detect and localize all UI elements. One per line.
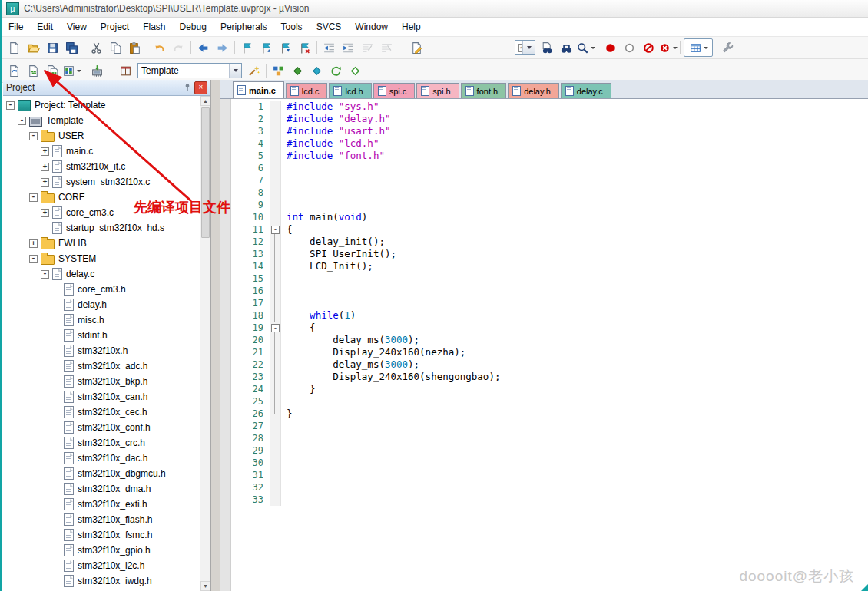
tree-item[interactable]: stm32f10x_dac.h (3, 451, 200, 466)
tab-main.c[interactable]: main.c (233, 81, 284, 98)
code-line[interactable]: 4#include "lcd.h" (231, 137, 868, 150)
menu-window[interactable]: Window (348, 18, 395, 35)
tree-item[interactable]: startup_stm32f10x_hd.s (3, 220, 200, 236)
code-line[interactable]: 12 delay_init(); (231, 236, 868, 248)
nav-forward-button[interactable] (214, 39, 231, 56)
tree-item[interactable]: +core_cm3.c (3, 205, 200, 220)
tree-item[interactable]: stm32f10x_dma.h (3, 481, 200, 497)
tree-item[interactable]: stm32f10x_dbgmcu.h (3, 466, 200, 481)
edit-document-button[interactable] (408, 39, 426, 56)
copy-button[interactable] (107, 39, 124, 56)
incremental-find-button[interactable] (577, 39, 595, 56)
uncomment-button[interactable] (378, 39, 396, 56)
manage-rte-button[interactable] (289, 62, 306, 79)
tab-lcd.h[interactable]: lcd.h (329, 83, 371, 98)
expand-toggle-icon[interactable]: + (41, 163, 49, 171)
code-line[interactable]: 24 } (231, 383, 868, 395)
batch-build-button[interactable] (63, 62, 81, 79)
code-line[interactable]: 21 Display_240x160(nezha); (231, 346, 868, 358)
expand-toggle-icon[interactable]: + (41, 209, 49, 217)
build-button[interactable] (25, 62, 42, 79)
code-line[interactable]: 16 (231, 285, 868, 297)
code-line[interactable]: 17 (231, 297, 868, 309)
tree-item[interactable]: stm32f10x_gpio.h (3, 543, 200, 558)
code-line[interactable]: 22 delay_ms(3000); (231, 358, 868, 371)
code-editor[interactable]: 1#include "sys.h"2#include "delay.h"3#in… (220, 99, 868, 591)
tree-item[interactable]: stm32f10x_iwdg.h (3, 573, 200, 589)
configure-button[interactable] (719, 39, 737, 56)
resize-grip[interactable] (861, 584, 868, 591)
code-line[interactable]: 6 (231, 162, 868, 174)
manage-project-items-button[interactable] (270, 62, 287, 79)
tree-item[interactable]: stm32f10x_i2c.h (3, 558, 200, 573)
menu-help[interactable]: Help (395, 18, 428, 35)
tab-font.h[interactable]: font.h (461, 83, 507, 98)
find-combo[interactable]: ✓ (515, 40, 535, 55)
find-in-files-button[interactable] (538, 39, 556, 56)
tree-item[interactable]: stm32f10x_cec.h (3, 404, 200, 420)
debug-windows-button[interactable] (684, 38, 713, 57)
expand-toggle-icon[interactable]: - (29, 132, 38, 140)
code-line[interactable]: 28 (231, 432, 868, 444)
scroll-down-button[interactable]: ▼ (200, 581, 210, 591)
tree-item[interactable]: stm32f10x_conf.h (3, 420, 200, 435)
tree-item[interactable]: stdint.h (3, 328, 200, 343)
tree-item[interactable]: stm32f10x_fsmc.h (3, 527, 200, 543)
tree-item[interactable]: +FWLIB (3, 236, 200, 251)
tree-item[interactable]: -Project: Template (3, 97, 200, 113)
code-line[interactable]: 27 (231, 420, 868, 432)
bookmark-clear-button[interactable] (296, 39, 313, 56)
save-file-button[interactable] (44, 39, 61, 56)
expand-toggle-icon[interactable]: - (29, 255, 38, 263)
code-line[interactable]: 20 delay_ms(3000); (231, 334, 868, 346)
menu-peripherals[interactable]: Peripherals (214, 18, 274, 35)
code-line[interactable]: 3#include "usart.h" (231, 125, 868, 137)
expand-toggle-icon[interactable]: + (41, 147, 49, 156)
code-line[interactable]: 1#include "sys.h" (231, 101, 868, 113)
tree-item[interactable]: stm32f10x_crc.h (3, 435, 200, 451)
close-panel-button[interactable]: × (194, 81, 207, 94)
cut-button[interactable] (88, 39, 105, 56)
code-line[interactable]: 31 (231, 469, 868, 481)
code-line[interactable]: 9 (231, 199, 868, 211)
chevron-down-icon[interactable] (229, 64, 241, 78)
find-button[interactable] (558, 39, 575, 56)
code-line[interactable]: 18 while(1) (231, 309, 868, 322)
indent-right-button[interactable] (340, 39, 357, 56)
tree-item[interactable]: +system_stm32f10x.c (3, 174, 200, 190)
menu-project[interactable]: Project (94, 18, 136, 35)
scroll-up-button[interactable]: ▲ (200, 96, 210, 106)
nav-back-button[interactable] (194, 39, 212, 56)
breakpoint-enable-button[interactable] (621, 39, 638, 56)
code-line[interactable]: 23 Display_240x160(shengongbao); (231, 371, 868, 383)
tab-delay.h[interactable]: delay.h (508, 83, 559, 98)
code-line[interactable]: 26} (231, 408, 868, 420)
bookmark-prev-button[interactable] (257, 39, 275, 56)
bookmark-toggle-button[interactable] (238, 39, 256, 56)
rebuild-button[interactable] (44, 62, 61, 79)
code-line[interactable]: 2#include "delay.h" (231, 113, 868, 125)
code-line[interactable]: 13 SPI_UserInit(); (231, 248, 868, 260)
tab-lcd.c[interactable]: lcd.c (286, 83, 328, 98)
tab-spi.h[interactable]: spi.h (416, 83, 459, 98)
menu-view[interactable]: View (60, 18, 94, 35)
tree-item[interactable]: +stm32f10x_it.c (3, 159, 200, 174)
menu-edit[interactable]: Edit (30, 18, 60, 35)
scrollbar-thumb[interactable] (201, 107, 210, 238)
tab-spi.c[interactable]: spi.c (373, 83, 416, 98)
panel-splitter[interactable] (211, 80, 220, 591)
code-line[interactable]: 15 (231, 272, 868, 285)
tree-item[interactable]: -USER (3, 128, 200, 144)
auto-hide-button[interactable] (181, 82, 193, 94)
code-line[interactable]: 7 (231, 174, 868, 187)
chevron-down-icon[interactable] (522, 41, 535, 54)
update-deps-button[interactable] (327, 62, 345, 79)
expand-toggle-icon[interactable]: - (41, 270, 49, 279)
code-line[interactable]: 25 (231, 395, 868, 408)
comment-button[interactable] (359, 39, 376, 56)
breakpoint-disable-all-button[interactable] (640, 39, 658, 56)
bookmark-next-button[interactable] (277, 39, 294, 56)
tree-item[interactable]: -SYSTEM (3, 251, 200, 266)
tree-item[interactable]: +main.c (3, 144, 200, 159)
breakpoint-insert-button[interactable] (601, 39, 619, 56)
